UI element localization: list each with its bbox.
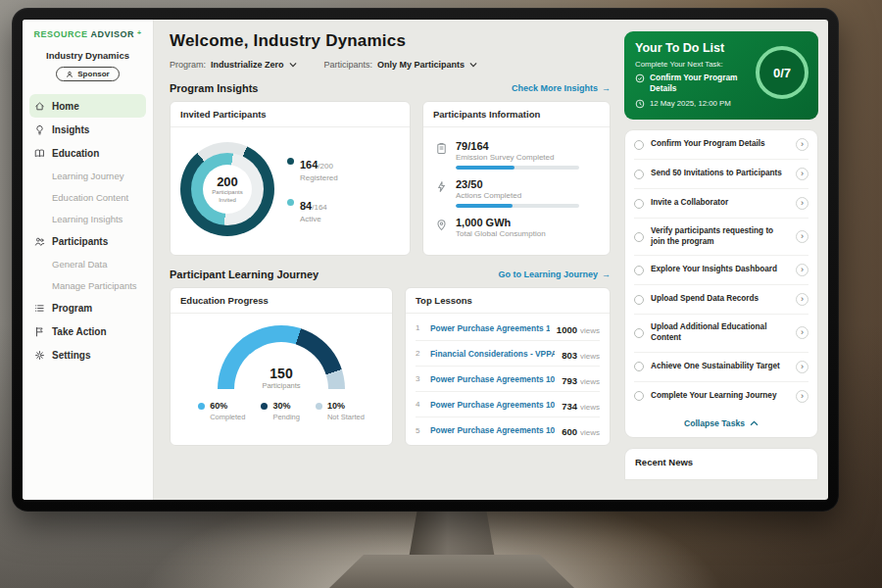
sidebar-item-label: Program — [52, 303, 92, 314]
chevron-right-icon[interactable]: › — [796, 230, 808, 243]
lesson-row: 1 Power Purchase Agreements 101 1000view… — [416, 316, 600, 341]
task-label: Explore Your Insights Dashboard — [651, 265, 789, 275]
task-checkbox[interactable] — [634, 170, 644, 179]
participants-label: Participants: — [324, 60, 373, 70]
todo-panel: Your To Do List Complete Your Next Task:… — [624, 20, 828, 500]
chevron-right-icon[interactable]: › — [796, 390, 808, 403]
sidebar-item-program[interactable]: Program — [29, 296, 146, 319]
todo-next-task: Confirm Your Program Details — [635, 73, 751, 93]
legend-value: 30% — [272, 401, 290, 411]
task-checkbox[interactable] — [634, 232, 644, 242]
sidebar-item-learning-journey[interactable]: Learning Journey — [23, 165, 153, 186]
lesson-title-link[interactable]: Power Purchase Agreements 101 — [430, 374, 555, 384]
task-list-card: Confirm Your Program Details › Send 50 I… — [624, 129, 818, 438]
legend-item-registered: 164/200 Registered — [287, 155, 338, 182]
legend-dot — [261, 403, 268, 410]
task-checkbox[interactable] — [634, 328, 644, 338]
legend-item-active: 84/164 Active — [287, 196, 338, 223]
gauge-legend: 60% Completed 30% Pending 10% Not Starte… — [198, 401, 365, 421]
lesson-title-link[interactable]: Financial Considerations - VPPAs — [430, 349, 555, 359]
sidebar: RESOURCE ADVISOR + Industry Dynamics Spo… — [23, 20, 154, 500]
sidebar-item-participants[interactable]: Participants — [29, 229, 146, 253]
program-dropdown[interactable]: Program: Industrialize Zero — [170, 60, 297, 70]
legend-label: Active — [300, 215, 327, 223]
legend-dot — [316, 403, 322, 410]
task-label: Confirm Your Program Details — [651, 139, 789, 150]
task-row[interactable]: Invite a Collaborator › — [634, 189, 808, 219]
program-value: Industrialize Zero — [211, 60, 284, 70]
invited-participants-card: Invited Participants 200 Participants In… — [170, 101, 411, 256]
chevron-right-icon[interactable]: › — [796, 138, 808, 151]
legend-label: Registered — [300, 173, 338, 182]
task-label: Upload Spend Data Records — [651, 294, 789, 305]
lesson-rank: 1 — [416, 323, 423, 332]
task-row[interactable]: Verify participants requesting to join t… — [634, 219, 808, 256]
sidebar-item-take-action[interactable]: Take Action — [29, 319, 146, 343]
progress-bar — [456, 204, 579, 208]
chevron-right-icon[interactable]: › — [796, 326, 808, 339]
person-icon — [66, 71, 74, 78]
sidebar-item-education-content[interactable]: Education Content — [23, 186, 153, 208]
lesson-views-label: views — [580, 352, 600, 361]
task-row[interactable]: Send 50 Invitations to Participants › — [634, 160, 808, 189]
main-content: Welcome, Industry Dynamics Program: Indu… — [154, 20, 624, 500]
task-checkbox[interactable] — [634, 295, 644, 305]
lesson-row: 5 Power Purchase Agreements 103 600views — [416, 417, 600, 443]
card-title: Participants Information — [423, 102, 610, 127]
chevron-right-icon[interactable]: › — [796, 197, 808, 210]
sidebar-item-label: Settings — [52, 350, 90, 361]
sidebar-item-label: Education Content — [52, 192, 128, 203]
task-row[interactable]: Upload Additional Educational Content › — [634, 315, 808, 352]
lesson-title-link[interactable]: Power Purchase Agreements 103 — [430, 425, 555, 435]
chevron-right-icon[interactable]: › — [796, 264, 808, 276]
task-checkbox[interactable] — [634, 391, 644, 401]
participants-dropdown[interactable]: Participants: Only My Participants — [324, 60, 478, 70]
top-lessons-card: Top Lessons 1 Power Purchase Agreements … — [405, 287, 611, 446]
sidebar-item-education[interactable]: Education — [29, 141, 146, 165]
lesson-title-link[interactable]: Power Purchase Agreements 102 — [430, 400, 555, 410]
info-label: Total Global Consumption — [456, 229, 546, 238]
task-row[interactable]: Confirm Your Program Details › — [634, 130, 808, 160]
sidebar-item-label: Insights — [52, 124, 89, 135]
task-row[interactable]: Upload Spend Data Records › — [634, 285, 808, 315]
check-more-insights-link[interactable]: Check More Insights → — [512, 83, 611, 93]
lesson-views-label: views — [580, 428, 600, 437]
sidebar-item-manage-participants[interactable]: Manage Participants — [23, 274, 153, 296]
task-row[interactable]: Achieve One Sustainability Target › — [634, 353, 808, 382]
todo-header-card: Your To Do List Complete Your Next Task:… — [624, 31, 818, 120]
home-icon — [34, 101, 45, 112]
invited-participants-donut-chart: 200 Participants Invited — [180, 142, 274, 236]
lesson-views-label: views — [580, 403, 600, 412]
chevron-right-icon[interactable]: › — [796, 361, 808, 373]
lesson-views: 600 — [562, 426, 577, 437]
monitor-bezel: RESOURCE ADVISOR + Industry Dynamics Spo… — [12, 8, 839, 512]
sidebar-item-general-data[interactable]: General Data — [23, 253, 153, 274]
task-row[interactable]: Explore Your Insights Dashboard › — [634, 256, 808, 285]
legend-dot — [287, 199, 294, 206]
sidebar-item-learning-insights[interactable]: Learning Insights — [23, 208, 153, 229]
progress-bar-fill — [456, 166, 514, 170]
task-label: Send 50 Invitations to Participants — [651, 169, 789, 179]
task-checkbox[interactable] — [634, 140, 644, 150]
lesson-rank: 4 — [416, 400, 423, 409]
education-progress-gauge-chart: 150 Participants — [218, 325, 345, 390]
sidebar-item-home[interactable]: Home — [29, 94, 146, 118]
lesson-title-link[interactable]: Power Purchase Agreements 101 — [430, 323, 550, 333]
bolt-icon — [435, 180, 448, 193]
go-to-learning-journey-link[interactable]: Go to Learning Journey → — [498, 270, 611, 279]
collapse-tasks-button[interactable]: Collapse Tasks — [634, 411, 808, 437]
participants-value: Only My Participants — [377, 60, 465, 70]
task-checkbox[interactable] — [634, 266, 644, 275]
task-row[interactable]: Complete Your Learning Journey › — [634, 382, 808, 411]
info-row-emission-survey: 79/164 Emission Survey Completed — [435, 140, 598, 170]
gauge-center-value: 150 — [218, 366, 345, 381]
filters-bar: Program: Industrialize Zero Participants… — [170, 60, 611, 70]
chevron-right-icon[interactable]: › — [796, 293, 808, 306]
section-title-program-insights: Program Insights — [170, 82, 258, 94]
task-checkbox[interactable] — [634, 362, 644, 371]
sidebar-item-settings[interactable]: Settings — [29, 343, 146, 367]
sidebar-item-label: Learning Journey — [52, 171, 123, 181]
sidebar-item-insights[interactable]: Insights — [29, 118, 146, 141]
task-checkbox[interactable] — [634, 199, 644, 209]
chevron-right-icon[interactable]: › — [796, 168, 808, 180]
